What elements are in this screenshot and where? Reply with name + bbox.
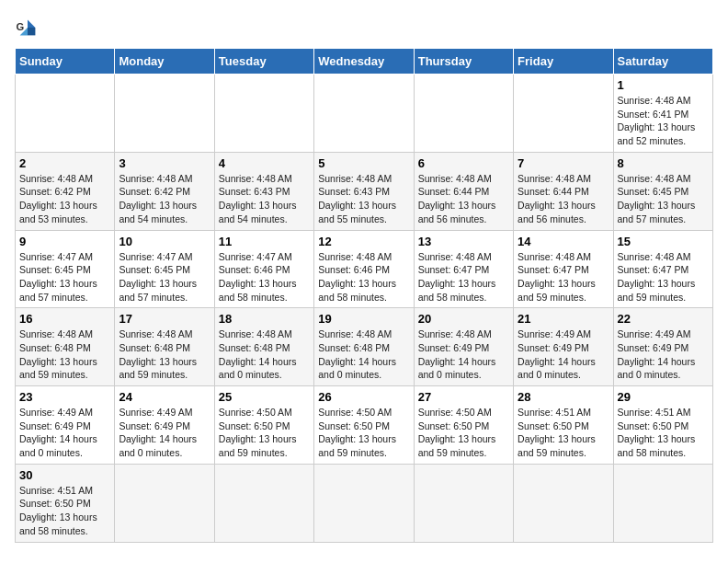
day-number: 13 — [418, 235, 509, 248]
day-info: Sunrise: 4:51 AM Sunset: 6:50 PM Dayligh… — [518, 406, 609, 460]
calendar-cell: 29Sunrise: 4:51 AM Sunset: 6:50 PM Dayli… — [613, 386, 712, 465]
calendar-cell: 5Sunrise: 4:48 AM Sunset: 6:43 PM Daylig… — [314, 152, 414, 230]
day-number: 5 — [318, 156, 409, 170]
calendar-cell: 9Sunrise: 4:47 AM Sunset: 6:45 PM Daylig… — [16, 230, 115, 308]
day-number: 25 — [219, 390, 310, 404]
svg-marker-2 — [28, 28, 35, 35]
calendar-cell: 10Sunrise: 4:47 AM Sunset: 6:45 PM Dayli… — [115, 230, 214, 308]
calendar-cell: 21Sunrise: 4:49 AM Sunset: 6:49 PM Dayli… — [514, 308, 613, 386]
day-info: Sunrise: 4:48 AM Sunset: 6:42 PM Dayligh… — [19, 172, 110, 226]
day-number: 15 — [618, 235, 709, 248]
calendar-cell: 28Sunrise: 4:51 AM Sunset: 6:50 PM Dayli… — [514, 386, 613, 465]
day-number: 23 — [19, 390, 110, 404]
calendar-week-row: 23Sunrise: 4:49 AM Sunset: 6:49 PM Dayli… — [16, 386, 713, 465]
calendar-header: SundayMondayTuesdayWednesdayThursdayFrid… — [16, 49, 713, 75]
calendar-cell — [115, 464, 214, 542]
weekday-header-saturday: Saturday — [613, 49, 712, 75]
day-info: Sunrise: 4:50 AM Sunset: 6:50 PM Dayligh… — [318, 406, 409, 460]
day-info: Sunrise: 4:48 AM Sunset: 6:43 PM Dayligh… — [318, 172, 409, 226]
day-number: 11 — [219, 235, 310, 248]
day-number: 7 — [518, 156, 609, 170]
calendar-cell: 15Sunrise: 4:48 AM Sunset: 6:47 PM Dayli… — [613, 230, 712, 308]
day-number: 22 — [618, 312, 709, 326]
calendar-cell — [16, 75, 115, 153]
day-info: Sunrise: 4:49 AM Sunset: 6:49 PM Dayligh… — [618, 327, 709, 382]
calendar-cell — [414, 464, 513, 542]
day-number: 29 — [618, 390, 709, 404]
day-info: Sunrise: 4:47 AM Sunset: 6:46 PM Dayligh… — [219, 250, 310, 304]
calendar-week-row: 16Sunrise: 4:48 AM Sunset: 6:48 PM Dayli… — [16, 308, 713, 386]
calendar-cell: 16Sunrise: 4:48 AM Sunset: 6:48 PM Dayli… — [16, 308, 115, 386]
calendar-cell: 26Sunrise: 4:50 AM Sunset: 6:50 PM Dayli… — [314, 386, 414, 465]
calendar-cell: 18Sunrise: 4:48 AM Sunset: 6:48 PM Dayli… — [214, 308, 313, 386]
calendar-cell: 17Sunrise: 4:48 AM Sunset: 6:48 PM Dayli… — [115, 308, 214, 386]
calendar-cell: 12Sunrise: 4:48 AM Sunset: 6:46 PM Dayli… — [314, 230, 414, 308]
day-number: 30 — [19, 468, 110, 482]
day-number: 2 — [19, 156, 110, 170]
day-number: 27 — [418, 390, 509, 404]
calendar-cell: 23Sunrise: 4:49 AM Sunset: 6:49 PM Dayli… — [16, 386, 115, 465]
calendar-table: SundayMondayTuesdayWednesdayThursdayFrid… — [15, 48, 713, 543]
day-info: Sunrise: 4:48 AM Sunset: 6:42 PM Dayligh… — [119, 172, 210, 226]
day-info: Sunrise: 4:51 AM Sunset: 6:50 PM Dayligh… — [618, 406, 709, 460]
logo: G — [15, 15, 44, 40]
day-info: Sunrise: 4:48 AM Sunset: 6:48 PM Dayligh… — [318, 327, 409, 382]
day-number: 18 — [219, 312, 310, 326]
day-info: Sunrise: 4:50 AM Sunset: 6:50 PM Dayligh… — [418, 406, 509, 460]
day-info: Sunrise: 4:48 AM Sunset: 6:43 PM Dayligh… — [219, 172, 310, 226]
day-info: Sunrise: 4:48 AM Sunset: 6:47 PM Dayligh… — [518, 250, 609, 304]
day-number: 19 — [318, 312, 409, 326]
day-number: 24 — [119, 390, 210, 404]
weekday-header-tuesday: Tuesday — [214, 49, 313, 75]
calendar-cell: 13Sunrise: 4:48 AM Sunset: 6:47 PM Dayli… — [414, 230, 513, 308]
calendar-cell: 24Sunrise: 4:49 AM Sunset: 6:49 PM Dayli… — [115, 386, 214, 465]
calendar-cell: 22Sunrise: 4:49 AM Sunset: 6:49 PM Dayli… — [613, 308, 712, 386]
weekday-header-sunday: Sunday — [16, 49, 115, 75]
weekday-header-monday: Monday — [115, 49, 214, 75]
calendar-cell — [613, 464, 712, 542]
day-number: 17 — [119, 312, 210, 326]
calendar-cell: 25Sunrise: 4:50 AM Sunset: 6:50 PM Dayli… — [214, 386, 313, 465]
day-info: Sunrise: 4:48 AM Sunset: 6:46 PM Dayligh… — [318, 250, 409, 304]
calendar-cell — [115, 75, 214, 153]
day-number: 21 — [518, 312, 609, 326]
day-info: Sunrise: 4:47 AM Sunset: 6:45 PM Dayligh… — [119, 250, 210, 304]
calendar-cell — [314, 464, 414, 542]
calendar-cell: 20Sunrise: 4:48 AM Sunset: 6:49 PM Dayli… — [414, 308, 513, 386]
day-number: 1 — [618, 78, 709, 92]
day-info: Sunrise: 4:51 AM Sunset: 6:50 PM Dayligh… — [19, 484, 110, 538]
calendar-week-row: 2Sunrise: 4:48 AM Sunset: 6:42 PM Daylig… — [16, 152, 713, 230]
day-number: 10 — [119, 235, 210, 248]
weekday-header-wednesday: Wednesday — [314, 49, 414, 75]
day-number: 6 — [418, 156, 509, 170]
calendar-week-row: 9Sunrise: 4:47 AM Sunset: 6:45 PM Daylig… — [16, 230, 713, 308]
calendar-cell: 14Sunrise: 4:48 AM Sunset: 6:47 PM Dayli… — [514, 230, 613, 308]
day-number: 28 — [518, 390, 609, 404]
calendar-cell: 19Sunrise: 4:48 AM Sunset: 6:48 PM Dayli… — [314, 308, 414, 386]
weekday-header-thursday: Thursday — [414, 49, 513, 75]
day-info: Sunrise: 4:50 AM Sunset: 6:50 PM Dayligh… — [219, 406, 310, 460]
weekday-row: SundayMondayTuesdayWednesdayThursdayFrid… — [16, 49, 713, 75]
calendar-cell: 3Sunrise: 4:48 AM Sunset: 6:42 PM Daylig… — [115, 152, 214, 230]
day-info: Sunrise: 4:47 AM Sunset: 6:45 PM Dayligh… — [19, 250, 110, 304]
day-number: 12 — [318, 235, 409, 248]
calendar-cell — [514, 75, 613, 153]
day-info: Sunrise: 4:48 AM Sunset: 6:49 PM Dayligh… — [418, 327, 509, 382]
calendar-cell — [214, 464, 313, 542]
day-number: 3 — [119, 156, 210, 170]
calendar-cell: 30Sunrise: 4:51 AM Sunset: 6:50 PM Dayli… — [16, 464, 115, 542]
calendar-cell: 7Sunrise: 4:48 AM Sunset: 6:44 PM Daylig… — [514, 152, 613, 230]
day-info: Sunrise: 4:48 AM Sunset: 6:48 PM Dayligh… — [219, 327, 310, 382]
calendar-cell: 6Sunrise: 4:48 AM Sunset: 6:44 PM Daylig… — [414, 152, 513, 230]
calendar-cell — [514, 464, 613, 542]
day-info: Sunrise: 4:49 AM Sunset: 6:49 PM Dayligh… — [19, 406, 110, 460]
calendar-cell: 11Sunrise: 4:47 AM Sunset: 6:46 PM Dayli… — [214, 230, 313, 308]
day-number: 8 — [618, 156, 709, 170]
day-info: Sunrise: 4:48 AM Sunset: 6:47 PM Dayligh… — [618, 250, 709, 304]
weekday-header-friday: Friday — [514, 49, 613, 75]
calendar-cell: 4Sunrise: 4:48 AM Sunset: 6:43 PM Daylig… — [214, 152, 313, 230]
day-number: 20 — [418, 312, 509, 326]
calendar-cell: 27Sunrise: 4:50 AM Sunset: 6:50 PM Dayli… — [414, 386, 513, 465]
svg-text:G: G — [16, 21, 24, 32]
calendar-cell — [414, 75, 513, 153]
